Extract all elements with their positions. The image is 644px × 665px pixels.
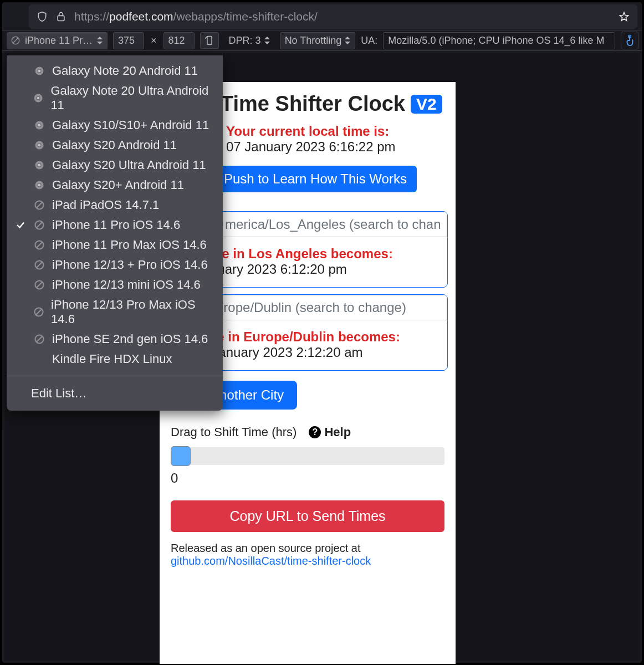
svg-line-36 (37, 336, 42, 342)
svg-line-32 (37, 282, 42, 288)
device-option[interactable]: iPad iPadOS 14.7.1 (7, 195, 223, 215)
svg-point-22 (38, 184, 41, 187)
touch-button[interactable] (621, 32, 638, 49)
device-option-label: iPad iPadOS 14.7.1 (52, 198, 159, 212)
slider-value: 0 (171, 470, 444, 486)
edit-list-option[interactable]: Edit List… (7, 383, 223, 404)
svg-line-28 (37, 242, 42, 248)
device-option[interactable]: iPhone SE 2nd gen iOS 14.6 (7, 329, 223, 349)
device-option-label: iPhone 11 Pro iOS 14.6 (52, 218, 180, 232)
page-title: Time Shifter Clock V2 (221, 92, 444, 116)
device-option[interactable]: Kindle Fire HDX Linux (7, 349, 223, 369)
how-works-button[interactable]: Push to Learn How This Works (214, 166, 417, 192)
svg-line-30 (37, 262, 42, 268)
chrome-icon (33, 179, 45, 191)
svg-point-7 (38, 70, 41, 73)
tz-value: 08 January 2023 2:12:20 am (193, 345, 442, 360)
device-dropdown: Galaxy Note 20 Android 11Galaxy Note 20 … (7, 55, 223, 411)
viewport-height-input[interactable]: 812 (163, 32, 195, 49)
device-option[interactable]: iPhone 11 Pro Max iOS 14.6 (7, 235, 223, 255)
times-label: × (150, 35, 158, 47)
tz-value: nuary 2023 6:12:20 pm (210, 262, 442, 277)
caret-updown-icon (264, 37, 270, 44)
device-option[interactable]: iPhone 12/13 + Pro iOS 14.6 (7, 255, 223, 275)
device-option[interactable]: Galaxy S10/S10+ Android 11 (7, 115, 223, 135)
svg-point-13 (38, 124, 41, 127)
device-option-label: Galaxy S10/S10+ Android 11 (52, 118, 209, 132)
ua-label: UA: (361, 35, 377, 47)
forbid-icon (33, 199, 45, 211)
time-shift-slider[interactable] (171, 447, 444, 465)
device-option-label: Galaxy Note 20 Ultra Android 11 (50, 84, 215, 112)
forbid-icon (33, 333, 45, 345)
repo-link[interactable]: github.com/NosillaCast/time-shifter-cloc… (171, 555, 371, 567)
local-time-value: 07 January 2023 6:16:22 pm (226, 139, 444, 155)
svg-rect-0 (58, 16, 64, 21)
device-picker[interactable]: iPhone 11 Pr… (7, 32, 108, 49)
caret-updown-icon (345, 37, 350, 44)
device-option[interactable]: iPhone 12/13 mini iOS 14.6 (7, 275, 223, 295)
lock-icon[interactable] (55, 11, 67, 22)
content-area: Time Shifter Clock V2 Your current local… (4, 53, 640, 661)
version-badge: V2 (411, 95, 442, 114)
address-bar[interactable]: https://podfeet.com/webapps/time-shifter… (29, 4, 637, 29)
device-option[interactable]: iPhone 11 Pro iOS 14.6 (7, 215, 223, 235)
device-option-label: iPhone 11 Pro Max iOS 14.6 (52, 238, 207, 252)
star-icon[interactable] (619, 11, 630, 22)
device-option-label: Galaxy S20 Android 11 (52, 138, 177, 152)
chrome-icon (33, 65, 45, 77)
throttle-picker[interactable]: No Throttling (280, 32, 356, 49)
svg-rect-3 (207, 37, 211, 45)
help-icon: ? (309, 426, 321, 438)
copy-url-button[interactable]: Copy URL to Send Times (171, 500, 444, 532)
devtools-bar: iPhone 11 Pr… 375 × 812 DPR: 3 No Thrott… (2, 30, 642, 51)
svg-point-19 (38, 164, 41, 167)
slider-label: Drag to Shift Time (hrs) (171, 425, 297, 439)
chrome-icon (33, 119, 45, 131)
svg-point-10 (37, 97, 40, 100)
device-option-label: iPhone 12/13 + Pro iOS 14.6 (52, 258, 208, 272)
device-option-label: Galaxy S20+ Android 11 (52, 178, 184, 192)
svg-line-34 (36, 309, 42, 315)
device-option[interactable]: Galaxy Note 20 Ultra Android 11 (7, 81, 223, 115)
svg-line-26 (37, 222, 42, 228)
device-option-label: Galaxy S20 Ultra Android 11 (52, 158, 206, 172)
forbid-icon (33, 219, 45, 231)
device-option[interactable]: Galaxy S20 Ultra Android 11 (7, 155, 223, 175)
url-text[interactable]: https://podfeet.com/webapps/time-shifter… (74, 10, 611, 23)
device-option[interactable]: Galaxy S20+ Android 11 (7, 175, 223, 195)
device-option-label: iPhone 12/13 Pro Max iOS 14.6 (51, 298, 215, 326)
device-option-label: Galaxy Note 20 Android 11 (52, 64, 198, 78)
dpr-picker[interactable]: DPR: 3 (224, 33, 274, 49)
rotate-button[interactable] (200, 32, 219, 49)
svg-line-24 (37, 202, 42, 208)
local-time-label: Your current local time is: (226, 124, 444, 139)
svg-point-16 (38, 144, 41, 147)
ua-input[interactable]: Mozilla/5.0 (iPhone; CPU iPhone OS 14_6 … (383, 32, 615, 49)
device-option-label: Kindle Fire HDX Linux (52, 352, 172, 366)
device-option[interactable]: Galaxy S20 Android 11 (7, 135, 223, 155)
forbid-icon (33, 259, 45, 271)
svg-line-2 (13, 38, 18, 43)
separator (7, 376, 223, 376)
forbid-icon (33, 306, 44, 318)
tz-label: Time in Europe/Dublin becomes: (193, 329, 442, 345)
device-option-label: iPhone SE 2nd gen iOS 14.6 (52, 332, 208, 346)
caret-updown-icon (97, 37, 103, 44)
released-text: Released as an open source project at gi… (171, 542, 444, 567)
chrome-icon (33, 92, 44, 104)
forbid-icon (33, 279, 45, 291)
help-button[interactable]: ? Help (309, 425, 351, 439)
tz-label: me in Los Angeles becomes: (210, 246, 442, 262)
shield-icon[interactable] (37, 11, 48, 22)
chrome-icon (33, 159, 45, 171)
viewport-width-input[interactable]: 375 (113, 32, 144, 49)
device-option[interactable]: iPhone 12/13 Pro Max iOS 14.6 (7, 295, 223, 329)
slider-thumb[interactable] (171, 446, 191, 466)
forbid-icon (33, 239, 45, 251)
device-option[interactable]: Galaxy Note 20 Android 11 (7, 61, 223, 81)
chrome-icon (33, 139, 45, 151)
check-icon (14, 220, 27, 230)
device-option-label: iPhone 12/13 mini iOS 14.6 (52, 278, 201, 292)
blank-icon (33, 353, 45, 365)
